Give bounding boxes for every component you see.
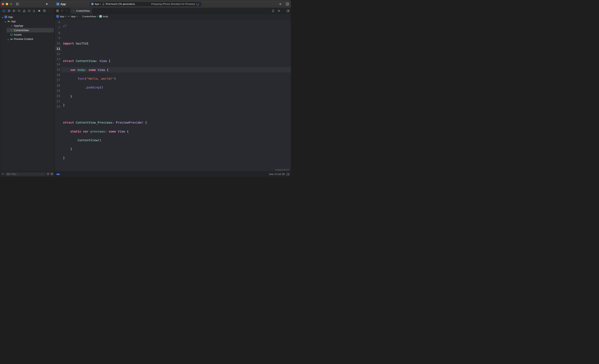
tree-file-contentview[interactable]: ContentView bbox=[7, 28, 54, 32]
line-gutter: 6 7 8 9 10 11 12 13 14 15 16 17 18 19 20… bbox=[55, 19, 61, 172]
refresh-canvas-icon[interactable] bbox=[271, 9, 275, 13]
zoom-window-icon[interactable] bbox=[10, 3, 12, 5]
svg-rect-8 bbox=[286, 3, 289, 5]
recent-files-icon[interactable] bbox=[47, 172, 50, 176]
breadcrumb-swift-icon bbox=[79, 15, 81, 18]
tab-strip: ContentView bbox=[55, 8, 291, 14]
code-line: } bbox=[61, 155, 291, 160]
code-line: static var previews: some View { bbox=[61, 129, 291, 134]
scheme-app-icon: ⚙ bbox=[91, 3, 94, 5]
line-number: 21 bbox=[55, 98, 61, 104]
code-line: } bbox=[61, 146, 291, 152]
chevron-right-icon bbox=[100, 3, 101, 5]
breadcrumb-item[interactable]: App bbox=[68, 15, 78, 18]
svg-rect-32 bbox=[58, 10, 59, 11]
folder-icon bbox=[7, 20, 10, 23]
line-number: 16 bbox=[55, 72, 61, 77]
code-line: struct ContentView: View { bbox=[61, 58, 291, 64]
minimap-toggle-icon[interactable] bbox=[287, 173, 289, 175]
breadcrumb-bar: App App ContentView P body bbox=[55, 14, 291, 19]
disclosure-down-icon[interactable] bbox=[2, 16, 4, 18]
disclosure-right-icon[interactable] bbox=[7, 38, 9, 40]
tab-file-name: ContentView bbox=[76, 9, 90, 12]
svg-marker-24 bbox=[8, 39, 9, 40]
breadcrumb-item[interactable]: ContentView bbox=[79, 15, 98, 18]
editor-options-icon[interactable] bbox=[277, 9, 281, 13]
breadcrumb-item[interactable]: App bbox=[56, 15, 67, 18]
add-target-icon[interactable] bbox=[1, 172, 4, 176]
tree-label: App bbox=[8, 15, 13, 18]
debug-navigator-tab[interactable] bbox=[32, 9, 36, 13]
test-navigator-tab[interactable] bbox=[27, 9, 31, 13]
code-line: } bbox=[61, 94, 291, 99]
svg-point-13 bbox=[13, 11, 14, 12]
find-navigator-tab[interactable] bbox=[17, 9, 21, 13]
tree-assets[interactable]: Assets bbox=[7, 32, 54, 37]
line-number: 13 bbox=[55, 57, 61, 62]
filter-scope-toggle[interactable] bbox=[7, 173, 10, 175]
scheme-selector[interactable]: ⚙ App iPod touch (7th generation) Prepar… bbox=[90, 2, 201, 6]
scm-filter-icon[interactable] bbox=[51, 172, 53, 176]
report-navigator-tab[interactable] bbox=[42, 9, 47, 13]
editor-file-tab[interactable]: ContentView bbox=[70, 8, 92, 14]
debug-indicator-icon[interactable] bbox=[57, 173, 60, 175]
svg-marker-2 bbox=[46, 3, 48, 5]
minimize-window-icon[interactable] bbox=[6, 3, 8, 5]
tree-project-root[interactable]: App bbox=[1, 15, 54, 19]
line-number: 7 bbox=[55, 25, 61, 30]
line-number: 17 bbox=[55, 78, 61, 83]
tree-label: App bbox=[11, 20, 16, 23]
forward-button-icon[interactable] bbox=[65, 9, 69, 13]
chevron-right-icon bbox=[65, 16, 67, 17]
symbol-navigator-tab[interactable] bbox=[12, 9, 16, 13]
line-number: 20 bbox=[55, 93, 61, 98]
code-text[interactable]: // import SwiftUI struct ContentView: Vi… bbox=[61, 19, 291, 172]
toggle-navigator-icon[interactable] bbox=[15, 2, 19, 6]
add-editor-icon[interactable] bbox=[278, 2, 282, 6]
filter-field[interactable] bbox=[5, 172, 45, 176]
navigator-sidebar: App App AppApp ContentView bbox=[0, 8, 54, 177]
project-tree: App App AppApp ContentView bbox=[0, 14, 54, 171]
source-editor[interactable]: 6 7 8 9 10 11 12 13 14 15 16 17 18 19 20… bbox=[55, 19, 291, 172]
close-window-icon[interactable] bbox=[2, 3, 4, 5]
toolbar-right-group bbox=[278, 2, 289, 6]
svg-line-16 bbox=[19, 11, 20, 12]
line-number: 6 bbox=[55, 20, 61, 25]
disclosure-down-icon[interactable] bbox=[5, 20, 7, 22]
build-status: Preparing iPhone Simulator for Previews bbox=[151, 2, 199, 5]
project-navigator-tab[interactable] bbox=[2, 9, 6, 13]
tree-label: Assets bbox=[14, 33, 22, 36]
svg-rect-34 bbox=[58, 11, 59, 12]
tree-preview-content[interactable]: Preview Content bbox=[7, 37, 54, 41]
line-number: 14 bbox=[55, 62, 61, 67]
svg-rect-38 bbox=[287, 10, 289, 12]
swift-file-icon bbox=[10, 29, 13, 32]
adjust-editor-icon[interactable] bbox=[286, 9, 290, 13]
line-number: 18 bbox=[55, 83, 61, 88]
svg-marker-40 bbox=[66, 16, 66, 17]
code-line bbox=[61, 111, 291, 116]
line-number: 15 bbox=[55, 67, 61, 72]
source-control-tab[interactable] bbox=[7, 9, 11, 13]
svg-point-15 bbox=[18, 10, 19, 11]
run-button-icon[interactable] bbox=[45, 2, 49, 6]
library-icon[interactable] bbox=[285, 2, 289, 6]
issue-navigator-tab[interactable] bbox=[22, 9, 26, 13]
back-button-icon[interactable] bbox=[60, 9, 64, 13]
breadcrumb-item[interactable]: P body bbox=[99, 15, 108, 18]
tree-file-appapp[interactable]: AppApp bbox=[7, 24, 54, 28]
watermark: @掘金技术社区 bbox=[275, 169, 289, 171]
chevron-right-icon bbox=[77, 16, 78, 17]
status-bar: Line: 11 Col: 26 bbox=[55, 172, 291, 177]
line-number: 19 bbox=[55, 88, 61, 93]
filter-input[interactable] bbox=[11, 173, 44, 176]
related-items-icon[interactable] bbox=[55, 9, 60, 13]
swift-file-icon bbox=[72, 9, 75, 12]
breadcrumb-property-icon: P bbox=[99, 15, 102, 18]
code-line: Text("Hello, world!") bbox=[61, 76, 291, 81]
project-name-area: ⚙ App bbox=[56, 2, 66, 6]
tree-group-app[interactable]: App bbox=[4, 19, 54, 24]
breakpoint-navigator-tab[interactable] bbox=[37, 9, 41, 13]
toolbar: ⚙ App ⚙ App iPod touch (7th generation) … bbox=[0, 0, 291, 8]
navigator-tabs bbox=[0, 8, 54, 14]
